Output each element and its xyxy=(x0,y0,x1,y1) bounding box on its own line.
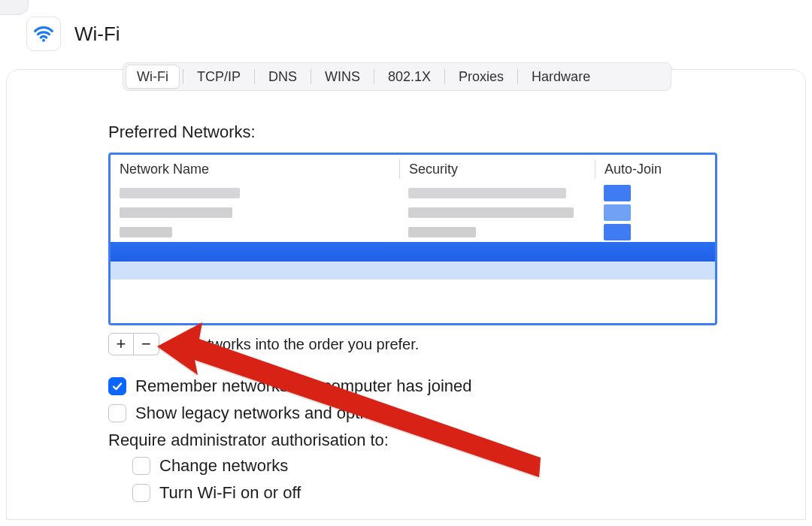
change-networks-checkbox[interactable] xyxy=(132,457,150,475)
change-networks-row: Change networks xyxy=(132,456,717,476)
tab-separator xyxy=(517,69,518,84)
tab-separator xyxy=(311,69,311,84)
tab-separator xyxy=(374,69,374,84)
page-title: Wi-Fi xyxy=(74,23,120,46)
tab-tcpip[interactable]: TCP/IP xyxy=(186,65,251,89)
table-controls: + − ag networks into the order you prefe… xyxy=(108,333,717,355)
tab-hardware[interactable]: Hardware xyxy=(521,65,601,89)
remove-network-button[interactable]: − xyxy=(134,333,159,355)
window-header: Wi-Fi xyxy=(26,17,120,51)
add-network-button[interactable]: + xyxy=(108,333,134,355)
table-row[interactable] xyxy=(111,261,715,280)
browser-tab-stub xyxy=(0,0,29,15)
settings-panel: Wi-Fi TCP/IP DNS WINS 802.1X Proxies Har… xyxy=(6,69,806,520)
table-row-selected[interactable] xyxy=(111,242,715,261)
remember-networks-label: Remember networks this computer has join… xyxy=(135,376,472,396)
table-row[interactable] xyxy=(111,203,715,222)
column-auto-join[interactable]: Auto-Join xyxy=(595,159,715,179)
tab-bar: Wi-Fi TCP/IP DNS WINS 802.1X Proxies Har… xyxy=(123,62,671,91)
column-security[interactable]: Security xyxy=(399,159,595,179)
turn-wifi-row: Turn Wi-Fi on or off xyxy=(132,483,717,503)
turn-wifi-checkbox[interactable] xyxy=(132,484,150,502)
legacy-networks-checkbox[interactable] xyxy=(108,404,126,422)
preferred-networks-heading: Preferred Networks: xyxy=(108,122,717,142)
table-row[interactable] xyxy=(111,183,715,203)
tab-separator xyxy=(254,69,255,84)
tab-proxies[interactable]: Proxies xyxy=(448,65,514,89)
remember-networks-checkbox[interactable] xyxy=(108,377,126,395)
legacy-networks-label: Show legacy networks and options xyxy=(135,404,390,423)
tab-8021x[interactable]: 802.1X xyxy=(377,65,441,89)
tab-wifi[interactable]: Wi-Fi xyxy=(126,65,180,89)
preferred-networks-section: Preferred Networks: Network Name Securit… xyxy=(108,122,717,510)
table-row[interactable] xyxy=(111,222,715,242)
preferred-networks-table[interactable]: Network Name Security Auto-Join xyxy=(108,153,717,325)
tab-wins[interactable]: WINS xyxy=(314,65,371,89)
legacy-networks-row: Show legacy networks and options xyxy=(108,404,717,423)
wifi-icon xyxy=(26,17,61,51)
column-network-name[interactable]: Network Name xyxy=(111,159,399,179)
svg-point-0 xyxy=(42,39,45,42)
tab-separator xyxy=(444,69,445,84)
tab-separator xyxy=(183,69,183,84)
table-header: Network Name Security Auto-Join xyxy=(111,155,715,183)
remember-networks-row: Remember networks this computer has join… xyxy=(108,376,717,396)
turn-wifi-label: Turn Wi-Fi on or off xyxy=(159,483,301,503)
change-networks-label: Change networks xyxy=(159,456,288,476)
admin-auth-heading: Require administrator authorisation to: xyxy=(108,431,717,450)
table-body[interactable] xyxy=(111,183,715,280)
tab-dns[interactable]: DNS xyxy=(258,65,308,89)
options-list: Remember networks this computer has join… xyxy=(108,376,717,503)
drag-hint-text: ag networks into the order you prefer. xyxy=(170,336,419,353)
